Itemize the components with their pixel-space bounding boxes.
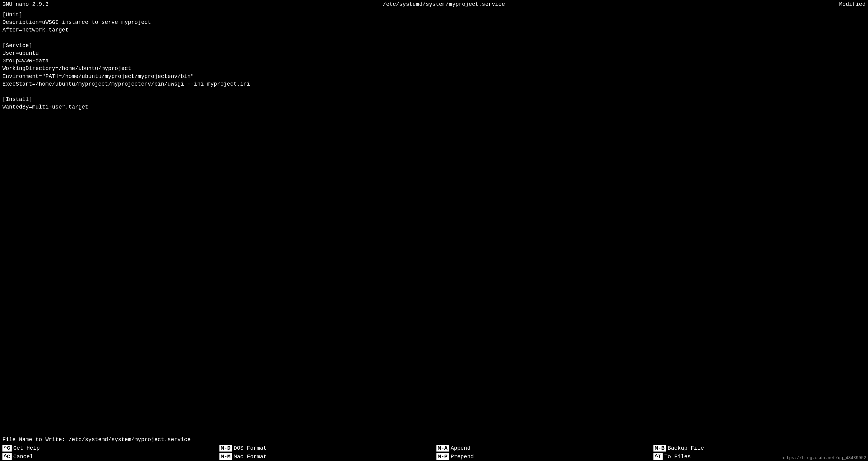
shortcut-label: Append (451, 445, 470, 451)
bottom-bar: File Name to Write: /etc/systemd/system/… (0, 435, 868, 461)
shortcut-item[interactable]: ^GGet Help (0, 444, 217, 453)
shortcut-item[interactable]: M-MMac Format (217, 453, 434, 461)
shortcut-key[interactable]: M-B (653, 445, 666, 452)
file-path: /etc/systemd/system/myproject.service (383, 1, 505, 7)
shortcut-row-2: ^CCancelM-MMac FormatM-PPrepend^TTo File… (0, 453, 868, 461)
shortcut-key[interactable]: M-M (219, 453, 232, 460)
shortcut-key[interactable]: ^G (2, 445, 11, 452)
shortcut-rows: ^GGet HelpM-DDOS FormatM-AAppendM-BBacku… (0, 444, 868, 461)
filename-label: File Name to Write: /etc/systemd/system/… (2, 436, 191, 443)
shortcut-label: Get Help (13, 445, 40, 451)
shortcut-item[interactable]: M-PPrepend (434, 453, 651, 461)
app-name: GNU nano 2.9.3 (2, 1, 49, 7)
shortcut-item[interactable]: M-AAppend (434, 444, 651, 453)
shortcut-label: Backup File (668, 445, 704, 451)
editor-content[interactable]: [Unit] Description=uWSGI instance to ser… (0, 8, 868, 435)
filename-bar: File Name to Write: /etc/systemd/system/… (0, 435, 868, 444)
shortcut-key[interactable]: ^C (2, 453, 11, 460)
shortcut-item[interactable]: ^CCancel (0, 453, 217, 461)
header-bar: GNU nano 2.9.3 /etc/systemd/system/mypro… (0, 0, 868, 8)
shortcut-label: To Files (664, 454, 691, 460)
shortcut-label: Mac Format (234, 454, 267, 460)
shortcut-label: Prepend (451, 454, 474, 460)
shortcut-key[interactable]: ^T (653, 453, 662, 460)
shortcut-key[interactable]: M-D (219, 445, 232, 452)
shortcut-row-1: ^GGet HelpM-DDOS FormatM-AAppendM-BBacku… (0, 444, 868, 453)
shortcut-item[interactable]: M-BBackup File (651, 444, 868, 453)
modified-status: Modified (839, 1, 866, 7)
shortcut-item[interactable]: M-DDOS Format (217, 444, 434, 453)
url-bar: https://blog.csdn.net/qq_43439952 (780, 455, 868, 461)
shortcut-label: Cancel (13, 454, 33, 460)
shortcut-label: DOS Format (234, 445, 267, 451)
shortcut-key[interactable]: M-A (436, 445, 449, 452)
shortcut-key[interactable]: M-P (436, 453, 449, 460)
